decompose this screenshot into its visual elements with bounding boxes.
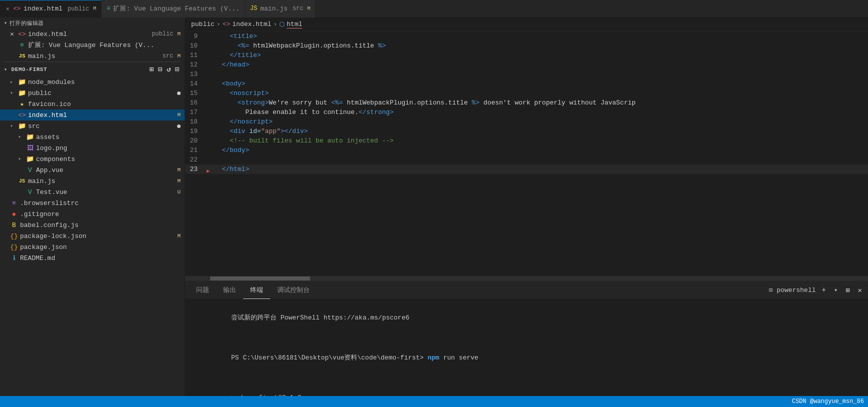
tree-public[interactable]: 📁 public [0, 88, 185, 98]
tree-components[interactable]: 📁 components [0, 154, 185, 164]
project-actions: ⊞ ⊟ ↺ ⊡ [149, 64, 181, 74]
modified-badge: M [177, 31, 181, 37]
tree-test-vue[interactable]: V Test.vue U [0, 186, 185, 198]
tree-logo[interactable]: 🖼 logo.png [0, 142, 185, 154]
tab-problems[interactable]: 问题 [189, 282, 216, 299]
item-label: babel.config.js [20, 222, 185, 229]
tree-main-js[interactable]: JS main.js M [0, 176, 185, 186]
open-file-vue-lang[interactable]: ≡ 扩展: Vue Language Features (V... [0, 40, 185, 50]
new-file-icon[interactable]: ⊞ [149, 64, 155, 74]
folder-icon: 📁 [26, 155, 34, 163]
panel-tab-bar: 问题 输出 终端 调试控制台 ⊡ powershell + ▾ ⊞ ✕ [185, 282, 868, 299]
open-file-index-html[interactable]: ✕ <> index.html public M [0, 28, 185, 40]
babel-icon: B [10, 221, 18, 229]
project-section-header[interactable]: ▾ DEMO-FIRST ⊞ ⊟ ↺ ⊡ [0, 62, 185, 76]
line-number: 9 [185, 32, 208, 41]
split-terminal-button[interactable]: ▾ [832, 286, 839, 295]
tree-readme[interactable]: ℹ README.md [0, 252, 185, 264]
tab-main-js[interactable]: JS main.js src M [245, 0, 316, 18]
tab-vue-lang[interactable]: ≡ 扩展: Vue Language Features (V... [102, 0, 245, 18]
code-line-15: 15 <noscript> [185, 88, 868, 98]
add-terminal-button[interactable]: + [819, 285, 827, 295]
terminal-text: PS C:\Users\86181\Desktop\vue资料\code\dem… [231, 354, 428, 362]
open-editors-section[interactable]: ▾ 打开的编辑器 [0, 18, 185, 28]
line-number: 17 [185, 108, 208, 117]
tree-package-json[interactable]: {} package.json [0, 242, 185, 252]
tab-output[interactable]: 输出 [216, 282, 243, 299]
code-line-10: 10 <%= htmlWebpackPlugin.options.title %… [185, 41, 868, 50]
terminal-content[interactable]: 尝试新的跨平台 PowerShell https://aka.ms/pscore… [185, 299, 868, 396]
tab-sublabel: public [68, 6, 89, 12]
code-line-23: 23 ▶ </html> [185, 164, 868, 174]
item-label: main.js [28, 178, 175, 185]
folder-icon: 📁 [26, 133, 34, 141]
line-content: </head> [209, 60, 249, 70]
tab-terminal[interactable]: 终端 [243, 282, 270, 299]
js-icon: JS [18, 177, 26, 185]
open-file-path: src [163, 52, 174, 60]
line-number: 21 [185, 146, 208, 155]
line-content: <strong>We're sorry but <%= htmlWebpackP… [209, 98, 636, 108]
line-content: </html> [209, 164, 249, 174]
tree-node-modules[interactable]: 📁 node_modules [0, 76, 185, 88]
line-number: 10 [185, 41, 208, 50]
code-line-18: 18 </noscript> [185, 117, 868, 126]
csdn-label: CSDN @wangyue_msn_86 [792, 398, 864, 405]
vue-icon: V [26, 166, 34, 174]
item-label: .gitignore [20, 210, 185, 218]
folder-icon: 📁 [18, 78, 26, 86]
new-folder-icon[interactable]: ⊟ [157, 64, 164, 74]
tab-label: 问题 [196, 286, 209, 294]
panel: 问题 输出 终端 调试控制台 ⊡ powershell + ▾ ⊞ ✕ [185, 281, 868, 396]
refresh-icon[interactable]: ↺ [166, 64, 172, 74]
tree-index-html[interactable]: <> index.html M [0, 110, 185, 120]
line-number: 11 [185, 50, 208, 60]
item-label: index.html [28, 112, 175, 119]
modified-badge: M [177, 112, 181, 118]
tree-browserslistrc[interactable]: ≡ .browserslistrc [0, 198, 185, 208]
horizontal-scrollbar[interactable] [185, 276, 868, 281]
editor-area: public › <> index.html › ⬡ html 9 <title… [185, 18, 868, 396]
close-tab-icon[interactable]: ✕ [5, 5, 11, 12]
open-file-main-js[interactable]: JS main.js src M [0, 50, 185, 62]
tab-label: 输出 [223, 286, 236, 294]
tab-modified-badge: M [307, 6, 310, 12]
tree-gitignore[interactable]: ◆ .gitignore [0, 208, 185, 220]
tab-index-html[interactable]: ✕ <> index.html public M [0, 0, 102, 18]
line-content: <body> [209, 79, 245, 88]
tab-label: 终端 [250, 286, 263, 294]
close-panel-button[interactable]: ✕ [856, 285, 864, 296]
line-number: 12 [185, 60, 208, 70]
tree-app-vue[interactable]: V App.vue M [0, 164, 185, 176]
breadcrumb-indexhtml: index.html [232, 20, 271, 28]
terminal-line-3: PS C:\Users\86181\Desktop\vue资料\code\dem… [192, 343, 861, 373]
tree-src[interactable]: 📁 src [0, 120, 185, 132]
tree-assets[interactable]: 📁 assets [0, 132, 185, 142]
project-name: DEMO-FIRST [12, 66, 48, 72]
vue-icon: ≡ [18, 41, 26, 49]
code-line-22: 22 [185, 155, 868, 164]
tab-label: 调试控制台 [277, 286, 310, 294]
maximize-panel-button[interactable]: ⊞ [843, 285, 851, 296]
folder-icon: 📁 [18, 122, 26, 130]
collapse-icon[interactable]: ⊡ [174, 64, 181, 74]
chevron-down-icon: ▾ [4, 20, 8, 26]
star-icon: ★ [18, 100, 26, 108]
close-icon[interactable]: ✕ [10, 30, 16, 38]
tree-package-lock[interactable]: {} package-lock.json M [0, 230, 185, 242]
vue-file-icon: ≡ [107, 5, 110, 12]
tab-label: index.html [24, 5, 63, 12]
breadcrumb-sep2: › [273, 20, 277, 28]
code-line-19: 19 <div id="app"></div> [185, 126, 868, 136]
tab-debug[interactable]: 调试控制台 [270, 282, 317, 299]
open-file-path: public [152, 30, 173, 38]
tree-babel-config[interactable]: B babel.config.js [0, 220, 185, 230]
tab-sublabel: src [293, 5, 304, 12]
tree-favicon[interactable]: ★ favicon.ico [0, 98, 185, 110]
line-number: 19 [185, 126, 208, 136]
dot-badge [177, 92, 181, 95]
code-editor[interactable]: 9 <title> 10 <%= htmlWebpackPlugin.optio… [185, 32, 868, 276]
open-editors-label: 打开的编辑器 [10, 20, 44, 27]
vue-icon: V [26, 188, 34, 196]
item-label: package.json [20, 244, 185, 251]
